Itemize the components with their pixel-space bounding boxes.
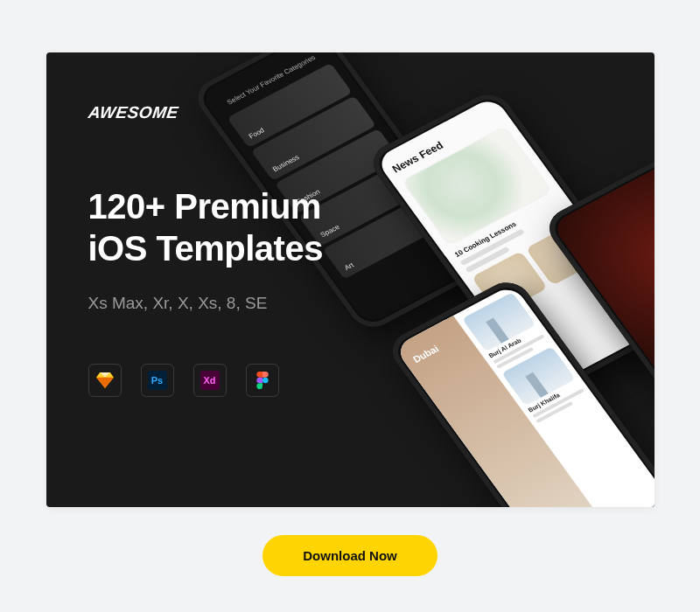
xd-icon: Xd — [200, 371, 220, 390]
banner-copy: AWESOME 120+ Premium iOS Templates Xs Ma… — [88, 103, 323, 397]
travel-city: Dubai — [410, 344, 440, 365]
promo-banner: AWESOME 120+ Premium iOS Templates Xs Ma… — [46, 52, 654, 507]
headline-line-1: 120+ Premium — [88, 187, 321, 226]
tool-icons-row: Ps Xd — [88, 364, 323, 397]
download-button[interactable]: Download Now — [262, 535, 438, 576]
photoshop-badge: Ps — [141, 364, 174, 397]
headline-line-2: iOS Templates — [88, 229, 323, 268]
photoshop-icon: Ps — [148, 371, 167, 390]
headline: 120+ Premium iOS Templates — [88, 185, 323, 269]
sketch-icon — [96, 372, 114, 388]
feed-hero-image — [401, 126, 552, 247]
xd-badge: Xd — [193, 364, 227, 397]
brand-logo: AWESOME — [87, 103, 179, 122]
device-list: Xs Max, Xr, X, Xs, 8, SE — [88, 294, 323, 313]
figma-badge — [246, 364, 279, 397]
sketch-badge — [88, 364, 122, 397]
figma-icon — [256, 372, 269, 389]
svg-point-0 — [262, 378, 269, 384]
